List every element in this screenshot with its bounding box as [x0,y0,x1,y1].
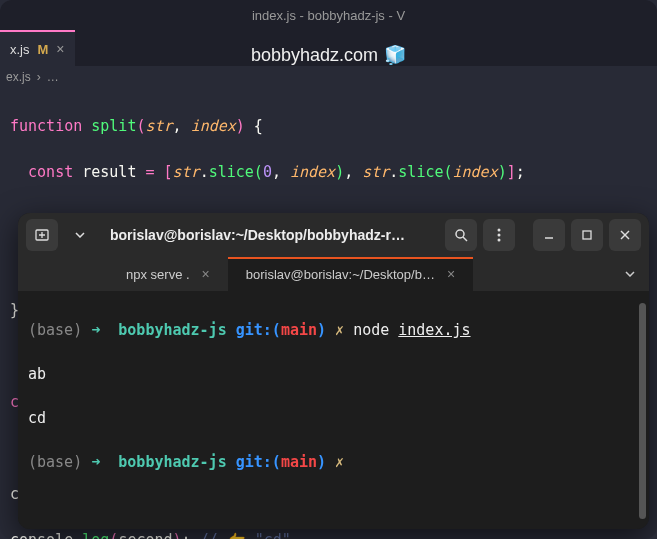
terminal-line: ab [28,363,639,385]
terminal-tab-label: borislav@borislav:~/Desktop/b… [246,267,435,282]
watermark-text: bobbyhadz.com [251,45,378,66]
terminal-header: borislav@borislav:~/Desktop/bobbyhadz-r… [18,213,649,257]
vscode-titlebar: index.js - bobbyhadz-js - V [0,0,657,30]
svg-point-5 [498,229,501,232]
close-button[interactable] [609,219,641,251]
scrollbar[interactable] [639,303,646,519]
chevron-right-icon: › [37,70,41,84]
breadcrumb[interactable]: ex.js › … [0,66,657,92]
new-tab-button[interactable] [26,219,58,251]
close-icon[interactable]: × [56,41,64,57]
chevron-down-icon[interactable] [611,257,649,291]
svg-rect-9 [583,231,591,239]
terminal-output[interactable]: (base) ➜ bobbyhadz-js git:(main) ✗ node … [18,291,649,529]
terminal-tab-bar: npx serve . × borislav@borislav:~/Deskto… [18,257,649,291]
svg-point-3 [456,230,464,238]
menu-button[interactable] [483,219,515,251]
maximize-button[interactable] [571,219,603,251]
terminal-tab-shell[interactable]: borislav@borislav:~/Desktop/b… × [228,257,473,291]
titlebar-text: index.js - bobbyhadz-js - V [252,8,405,23]
code-line: const result = [str.slice(0, index), str… [10,161,657,184]
svg-point-7 [498,239,501,242]
cube-icon: 🧊 [384,44,406,66]
terminal-tab-label: npx serve . [126,267,190,282]
svg-line-4 [463,237,467,241]
terminal-title: borislav@borislav:~/Desktop/bobbyhadz-r… [102,227,439,243]
chevron-down-icon[interactable] [64,219,96,251]
editor-tab-indexjs[interactable]: x.js M × [0,30,75,66]
terminal-line: (base) ➜ bobbyhadz-js git:(main) ✗ [28,451,639,473]
minimize-button[interactable] [533,219,565,251]
terminal-window: borislav@borislav:~/Desktop/bobbyhadz-r…… [18,213,649,529]
svg-point-6 [498,234,501,237]
close-icon[interactable]: × [447,266,455,282]
breadcrumb-file: ex.js [6,70,31,84]
code-line: function split(str, index) { [10,115,657,138]
tab-modified-indicator: M [38,42,49,57]
tab-filename: x.js [10,42,30,57]
terminal-line: (base) ➜ bobbyhadz-js git:(main) ✗ node … [28,319,639,341]
watermark: bobbyhadz.com 🧊 [251,44,406,66]
breadcrumb-more: … [47,70,59,84]
terminal-line: cd [28,407,639,429]
terminal-tab-serve[interactable]: npx serve . × [108,257,228,291]
close-icon[interactable]: × [202,266,210,282]
code-line: console.log(second); // 👉️ "cd" [10,529,657,539]
search-button[interactable] [445,219,477,251]
